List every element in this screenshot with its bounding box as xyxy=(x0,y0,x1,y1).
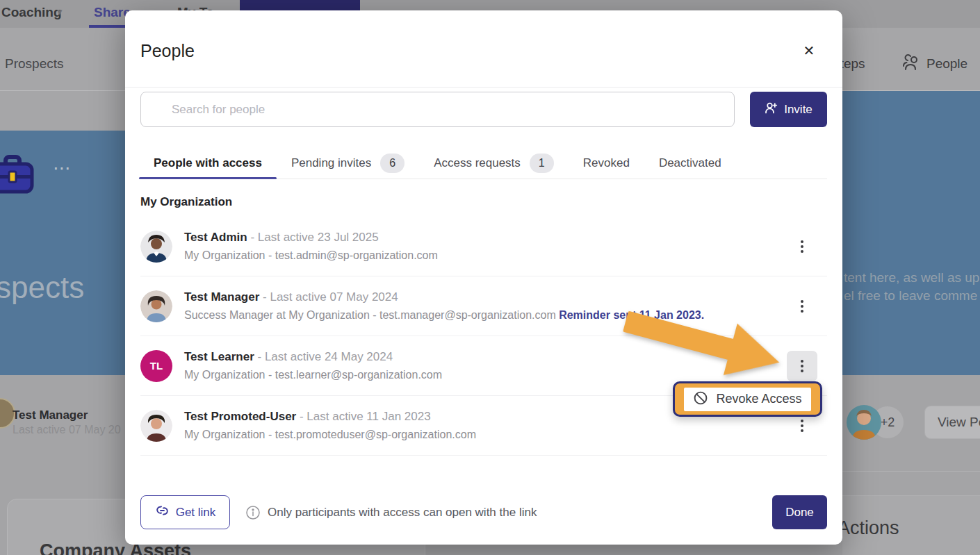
revoke-access-label: Revoke Access xyxy=(716,392,801,406)
avatar xyxy=(847,405,881,440)
person-last-active: - Last active 11 Jan 2023 xyxy=(300,410,431,423)
person-detail: My Organization - test.learner@sp-organi… xyxy=(184,369,442,381)
avatar xyxy=(140,290,172,322)
info-icon xyxy=(245,505,261,523)
nav-brand-coaching[interactable]: Coaching xyxy=(1,5,62,20)
tab-deactivated[interactable]: Deactivated xyxy=(644,147,736,179)
people-modal: People ✕ Invite People with access Pendi… xyxy=(125,10,842,545)
bottom-left-last-active: Last active 07 May 20 xyxy=(13,424,121,436)
person-name: Test Learner xyxy=(184,350,254,363)
section-title: My Organization xyxy=(140,195,232,209)
person-name: Test Promoted-User xyxy=(184,410,296,423)
person-detail: My Organization - test.promoteduser@sp-o… xyxy=(184,429,476,441)
person-last-active: - Last active 24 May 2024 xyxy=(258,350,393,363)
invite-button-label: Invite xyxy=(784,103,812,117)
person-text: Test Promoted-User - Last active 11 Jan … xyxy=(184,410,476,441)
kebab-dots xyxy=(801,245,803,248)
person-text: Test Admin - Last active 23 Jul 2025 My … xyxy=(184,231,438,262)
kebab-menu-icon[interactable] xyxy=(794,295,810,317)
kebab-dots xyxy=(801,424,803,427)
banner-big-title: spects xyxy=(0,270,84,305)
person-text: Test Learner - Last active 24 May 2024 M… xyxy=(184,350,442,381)
view-people-button[interactable]: View Pe xyxy=(924,406,980,439)
kebab-menu-icon[interactable] xyxy=(794,415,810,437)
person-detail: My Organization - test.admin@sp-organiza… xyxy=(184,249,438,262)
circle-slash-icon xyxy=(693,390,708,408)
get-link-label: Get link xyxy=(176,506,216,520)
person-last-active: - Last active 07 May 2024 xyxy=(263,290,398,304)
person-last-active: - Last active 23 Jul 2025 xyxy=(250,231,378,244)
tab-revoked[interactable]: Revoked xyxy=(569,147,644,179)
tab-count-badge: 6 xyxy=(380,154,405,173)
people-icon xyxy=(901,54,922,76)
tab-count-badge: 1 xyxy=(530,154,554,173)
kebab-menu-icon-active[interactable] xyxy=(787,351,817,381)
tab-label: Pending invites xyxy=(291,156,371,170)
tab-label: Revoked xyxy=(583,156,630,170)
close-icon[interactable]: ✕ xyxy=(798,40,820,62)
footer-info-text: Only participants with access can open w… xyxy=(268,506,537,520)
revoke-access-menu-item[interactable]: Revoke Access xyxy=(684,388,810,411)
divider xyxy=(842,471,980,472)
avatar-initials: TL xyxy=(140,350,172,382)
banner-text-line1: tent here, as well as up xyxy=(844,270,979,285)
tab-access-requests[interactable]: Access requests 1 xyxy=(419,147,569,179)
get-link-button[interactable]: Get link xyxy=(140,495,230,529)
person-row-test-admin: Test Admin - Last active 23 Jul 2025 My … xyxy=(140,217,827,276)
avatar xyxy=(140,410,172,442)
breadcrumb: Prospects xyxy=(5,56,63,72)
context-menu: Revoke Access xyxy=(673,381,822,417)
tab-people[interactable]: People xyxy=(926,56,967,72)
bottom-left-name: Test Manager xyxy=(13,408,88,422)
actions-heading: Actions xyxy=(838,517,899,539)
banner-gray-patch xyxy=(0,91,125,131)
search-input[interactable] xyxy=(140,92,735,127)
tab-people-with-access[interactable]: People with access xyxy=(139,147,277,179)
briefcase-icon xyxy=(0,151,35,199)
banner-text-line2: el free to leave comme xyxy=(844,288,977,304)
avatar xyxy=(140,231,172,263)
person-name: Test Manager xyxy=(184,290,259,304)
divider xyxy=(125,87,842,88)
invite-button[interactable]: Invite xyxy=(750,92,827,127)
done-button[interactable]: Done xyxy=(772,495,827,529)
modal-title: People xyxy=(140,41,195,61)
kebab-dots xyxy=(801,305,803,308)
link-icon xyxy=(155,504,170,521)
kebab-menu-icon[interactable] xyxy=(794,235,810,258)
tab-label: People with access xyxy=(154,156,262,170)
tab-bar: People with access Pending invites 6 Acc… xyxy=(139,147,827,179)
banner-ellipsis-icon[interactable]: ⋯ xyxy=(53,158,75,179)
person-name: Test Admin xyxy=(184,231,247,244)
chevron-down-icon: ▾ xyxy=(57,6,63,18)
person-detail: Success Manager at My Organization - tes… xyxy=(184,309,559,321)
kebab-dots xyxy=(801,365,803,367)
tab-label: Deactivated xyxy=(659,156,721,170)
person-add-icon xyxy=(765,101,778,118)
tab-pending-invites[interactable]: Pending invites 6 xyxy=(277,147,419,179)
tab-label: Access requests xyxy=(434,156,521,170)
